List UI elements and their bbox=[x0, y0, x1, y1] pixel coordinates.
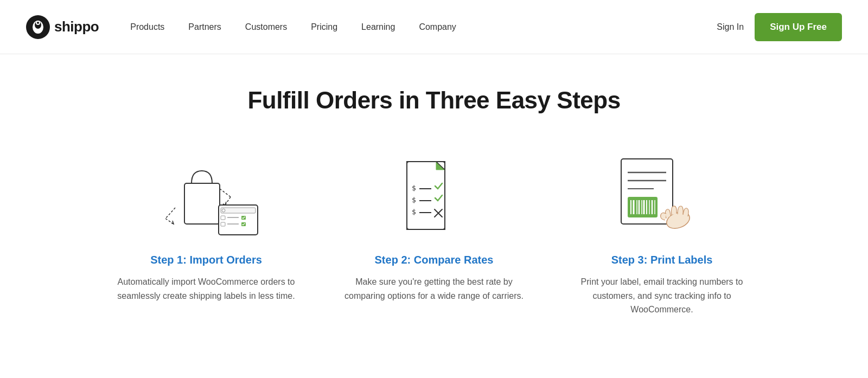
svg-text:$: $ bbox=[412, 184, 416, 192]
nav-links: Products Partners Customers Pricing Lear… bbox=[120, 18, 717, 36]
nav-products[interactable]: Products bbox=[120, 18, 174, 36]
svg-text:$: $ bbox=[412, 196, 416, 204]
page-title: Fulfill Orders in Three Easy Steps bbox=[26, 87, 842, 114]
step-1-icon bbox=[152, 152, 260, 239]
nav-learning[interactable]: Learning bbox=[352, 18, 405, 36]
sign-in-link[interactable]: Sign In bbox=[717, 22, 744, 32]
svg-rect-14 bbox=[221, 222, 225, 226]
step-3-desc: Print your label, email tracking numbers… bbox=[570, 275, 754, 317]
logo[interactable]: shippo bbox=[26, 15, 99, 39]
step-2-title: Step 2: Compare Rates bbox=[375, 254, 494, 266]
svg-point-4 bbox=[37, 22, 39, 24]
logo-text: shippo bbox=[54, 18, 99, 35]
steps-container: Step 1: Import Orders Automatically impo… bbox=[108, 152, 760, 317]
step-2-icon: $ $ $ bbox=[380, 152, 488, 239]
svg-rect-9 bbox=[221, 208, 256, 213]
nav-partners[interactable]: Partners bbox=[178, 18, 231, 36]
svg-text:$: $ bbox=[412, 208, 416, 216]
svg-line-17 bbox=[165, 208, 175, 219]
step-3-title: Step 3: Print Labels bbox=[611, 254, 713, 266]
svg-line-6 bbox=[220, 189, 231, 197]
main-content: Fulfill Orders in Three Easy Steps bbox=[0, 54, 868, 360]
svg-rect-30 bbox=[628, 197, 658, 217]
step-2-desc: Make sure you're getting the best rate b… bbox=[342, 275, 526, 303]
step-3: Step 3: Print Labels Print your label, e… bbox=[570, 152, 754, 317]
nav-right: Sign In Sign Up Free bbox=[717, 13, 842, 41]
svg-rect-11 bbox=[221, 216, 225, 220]
nav-company[interactable]: Company bbox=[409, 18, 465, 36]
sign-up-button[interactable]: Sign Up Free bbox=[755, 13, 842, 41]
nav-pricing[interactable]: Pricing bbox=[301, 18, 347, 36]
step-1-title: Step 1: Import Orders bbox=[150, 254, 262, 266]
logo-icon bbox=[26, 15, 50, 39]
step-3-icon bbox=[608, 152, 716, 239]
nav-customers[interactable]: Customers bbox=[235, 18, 297, 36]
step-1-desc: Automatically import WooCommerce orders … bbox=[114, 275, 298, 303]
step-2: $ $ $ Step 2: Compare Rates Make sure yo… bbox=[342, 152, 526, 317]
step-1: Step 1: Import Orders Automatically impo… bbox=[114, 152, 298, 317]
svg-rect-5 bbox=[184, 183, 220, 224]
navbar: shippo Products Partners Customers Prici… bbox=[0, 0, 868, 54]
